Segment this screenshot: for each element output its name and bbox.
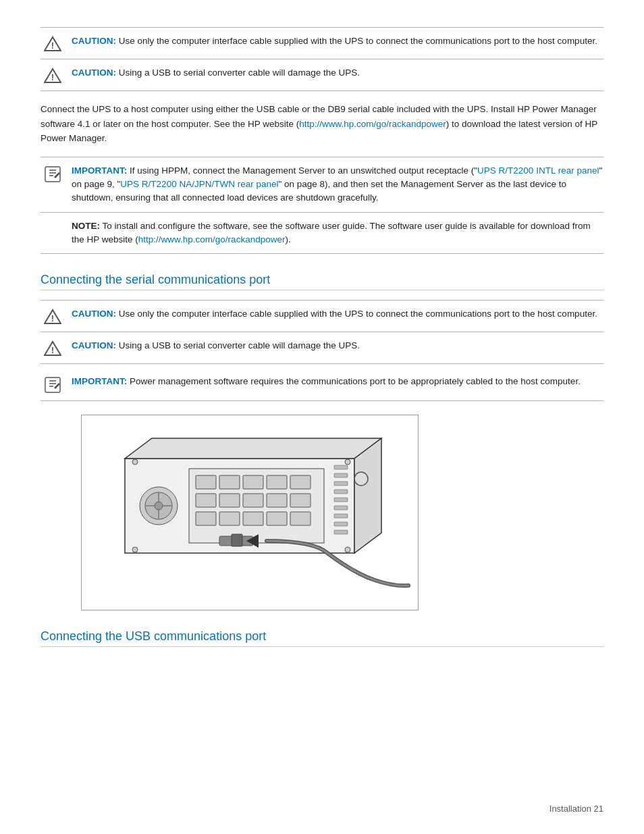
svg-rect-50 [334, 514, 348, 518]
svg-rect-45 [334, 473, 348, 477]
serial-important-block: IMPORTANT: Power management software req… [41, 368, 603, 401]
svg-point-53 [354, 472, 368, 486]
top-caution-2: ! CAUTION: Using a USB to serial convert… [41, 59, 603, 91]
svg-point-60 [345, 459, 350, 465]
caution-icon-1: ! [41, 34, 65, 52]
note-block-1: NOTE: To install and configure the softw… [41, 213, 603, 255]
serial-caution-1: ! CAUTION: Use only the computer interfa… [41, 300, 603, 332]
note-1-body-2: ). [285, 234, 290, 244]
caution-2-body: Using a USB to serial converter cable wi… [119, 68, 360, 78]
svg-text:!: ! [51, 72, 54, 82]
svg-rect-38 [290, 494, 311, 507]
serial-caution-icon-2: ! [41, 339, 65, 357]
caution-2-label: CAUTION: [72, 68, 116, 78]
svg-rect-32 [267, 475, 287, 489]
caution-1-body: Use only the computer interface cable su… [119, 36, 597, 46]
page-footer: Installation 21 [549, 804, 603, 814]
svg-rect-48 [334, 498, 348, 502]
serial-caution-2-label: CAUTION: [72, 340, 116, 350]
serial-caution-1-text: CAUTION: Use only the computer interface… [72, 307, 603, 321]
svg-rect-31 [243, 475, 263, 489]
svg-rect-49 [334, 506, 348, 510]
svg-rect-34 [196, 494, 216, 507]
svg-marker-20 [354, 438, 381, 553]
note-1-label: NOTE: [72, 221, 100, 231]
serial-caution-icon-1: ! [41, 307, 65, 325]
serial-important-body: Power management software requires the c… [130, 376, 581, 386]
serial-important-icon [41, 375, 65, 394]
svg-text:!: ! [51, 345, 54, 355]
ups-diagram [81, 415, 419, 610]
note-spacer [41, 219, 65, 221]
caution-1-text: CAUTION: Use only the computer interface… [72, 34, 603, 48]
note-link[interactable]: http://www.hp.com/go/rackandpower [138, 234, 286, 244]
svg-rect-33 [290, 475, 311, 489]
svg-rect-44 [334, 465, 348, 469]
serial-caution-2: ! CAUTION: Using a USB to serial convert… [41, 332, 603, 364]
caution-icon-2: ! [41, 66, 65, 84]
serial-caution-1-body: Use only the computer interface cable su… [119, 309, 597, 319]
svg-rect-35 [219, 494, 240, 507]
important-link-1[interactable]: UPS R/T2200 INTL rear panel [477, 165, 599, 176]
svg-text:!: ! [51, 41, 54, 51]
svg-rect-30 [219, 475, 240, 489]
svg-rect-41 [243, 512, 263, 525]
svg-rect-55 [232, 534, 242, 546]
svg-rect-47 [334, 490, 348, 494]
page-content: ! CAUTION: Use only the computer interfa… [41, 27, 603, 647]
serial-caution-2-text: CAUTION: Using a USB to serial converter… [72, 339, 603, 353]
serial-caution-1-label: CAUTION: [72, 309, 116, 319]
svg-rect-43 [290, 512, 311, 525]
important-block-1: IMPORTANT: If using HPPM, connect the Ma… [41, 157, 603, 213]
top-caution-1: ! CAUTION: Use only the computer interfa… [41, 27, 603, 59]
important-icon-1 [41, 164, 65, 183]
svg-rect-29 [196, 475, 216, 489]
note-1-text: NOTE: To install and configure the softw… [72, 219, 603, 247]
svg-text:!: ! [51, 313, 54, 323]
svg-point-57 [132, 547, 138, 552]
svg-rect-46 [334, 481, 348, 486]
svg-rect-42 [267, 512, 287, 525]
caution-2-text: CAUTION: Using a USB to serial converter… [72, 66, 603, 80]
ups-illustration [84, 418, 415, 607]
svg-point-58 [345, 547, 350, 552]
important-1-label: IMPORTANT: [72, 165, 127, 176]
important-1-text: IMPORTANT: If using HPPM, connect the Ma… [72, 164, 603, 205]
svg-rect-40 [219, 512, 240, 525]
caution-1-label: CAUTION: [72, 36, 116, 46]
intro-link[interactable]: http://www.hp.com/go/rackandpower [299, 119, 446, 129]
serial-important-text: IMPORTANT: Power management software req… [72, 375, 603, 388]
serial-important-label: IMPORTANT: [72, 376, 127, 386]
important-1-body-1: If using HPPM, connect the Management Se… [130, 165, 477, 176]
svg-rect-36 [243, 494, 263, 507]
svg-point-59 [132, 459, 138, 465]
serial-caution-2-body: Using a USB to serial converter cable wi… [119, 340, 360, 350]
svg-rect-52 [334, 530, 348, 534]
svg-rect-51 [334, 522, 348, 526]
svg-point-23 [155, 502, 163, 510]
usb-section-heading: Connecting the USB communications port [41, 629, 603, 647]
svg-rect-39 [196, 512, 216, 525]
intro-paragraph: Connect the UPS to a host computer using… [41, 102, 603, 146]
footer-text: Installation 21 [549, 804, 603, 814]
svg-marker-19 [125, 438, 381, 459]
important-link-2[interactable]: UPS R/T2200 NA/JPN/TWN rear panel [120, 179, 278, 189]
serial-section-heading: Connecting the serial communications por… [41, 273, 603, 290]
svg-rect-37 [267, 494, 287, 507]
